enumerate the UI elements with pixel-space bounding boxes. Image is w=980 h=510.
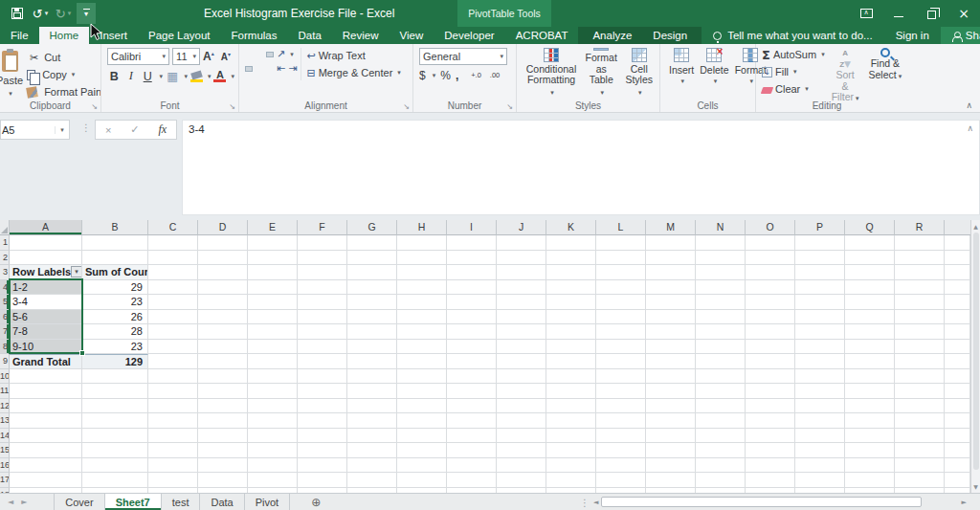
cell-D11[interactable] [198, 384, 248, 399]
cell-H2[interactable] [397, 251, 447, 266]
select-all-corner[interactable] [0, 220, 10, 235]
cell-I3[interactable] [447, 265, 497, 280]
cell-N15[interactable] [696, 443, 746, 458]
cell-K5[interactable] [546, 295, 596, 310]
cell-O15[interactable] [746, 443, 795, 458]
font-color-button[interactable]: A [213, 70, 226, 82]
collapse-ribbon-icon[interactable]: ∧ [966, 100, 972, 110]
cell-I15[interactable] [447, 443, 497, 458]
cell-J5[interactable] [497, 295, 546, 310]
cell-J17[interactable] [497, 473, 546, 488]
cell-J2[interactable] [497, 251, 546, 266]
cell-D5[interactable] [198, 295, 248, 310]
cell-R5[interactable] [895, 295, 945, 310]
cell-B13[interactable] [82, 413, 148, 429]
cell-O17[interactable] [746, 473, 795, 488]
cell-O2[interactable] [746, 251, 795, 266]
cell-R16[interactable] [895, 458, 945, 474]
cell-H15[interactable] [397, 443, 447, 458]
cell-L12[interactable] [596, 399, 646, 414]
sheet-tab-sheet7[interactable]: Sheet7 [105, 494, 162, 510]
cell-A7[interactable]: 7-8 [10, 324, 82, 340]
cell-A3[interactable]: Row Labels▾ [10, 265, 82, 280]
cell-O10[interactable] [746, 369, 795, 385]
sheet-tab-pivot[interactable]: Pivot [245, 494, 290, 510]
cell-R6[interactable] [895, 310, 945, 325]
cell-Q8[interactable] [845, 340, 895, 355]
cell-K17[interactable] [546, 473, 596, 488]
scroll-left-icon[interactable]: ◄ [593, 499, 598, 506]
cell-C13[interactable] [148, 413, 198, 429]
merge-center-button[interactable]: ⊟Merge & Center▾ [306, 65, 400, 80]
share-button[interactable]: Share [941, 27, 980, 44]
cell-N9[interactable] [696, 354, 746, 369]
cell-B7[interactable]: 28 [82, 324, 148, 340]
cell-E7[interactable] [248, 324, 298, 340]
cell-C1[interactable] [148, 235, 198, 251]
tab-file[interactable]: File [0, 27, 39, 44]
cell-R11[interactable] [895, 384, 945, 399]
cell-A16[interactable] [10, 458, 82, 474]
cell-L16[interactable] [596, 458, 646, 474]
cell-K9[interactable] [546, 354, 596, 369]
row-header-17[interactable]: 17 [0, 473, 10, 488]
cell-F2[interactable] [298, 251, 347, 266]
cell-E4[interactable] [248, 280, 298, 296]
row-header-4[interactable]: 4 [0, 280, 10, 296]
increase-decimal-button[interactable]: +.0 [469, 70, 483, 81]
italic-button[interactable]: I [123, 69, 137, 83]
cell-G15[interactable] [347, 443, 397, 458]
cell-R7[interactable] [895, 324, 945, 340]
tab-acrobat[interactable]: ACROBAT [505, 27, 579, 44]
cell-R1[interactable] [895, 235, 945, 251]
cell-K16[interactable] [546, 458, 596, 474]
cell-C12[interactable] [148, 399, 198, 414]
cell-C14[interactable] [148, 429, 198, 444]
cell-F1[interactable] [298, 235, 347, 251]
cell-E13[interactable] [248, 413, 298, 429]
cell-G4[interactable] [347, 280, 397, 296]
cell-D6[interactable] [198, 310, 248, 325]
fill-button[interactable]: ↓Fill▾ [762, 64, 825, 79]
cell-B2[interactable] [82, 251, 148, 266]
cell-D4[interactable] [198, 280, 248, 296]
ribbon-display-options-button[interactable] [850, 0, 882, 27]
cell-M17[interactable] [646, 473, 696, 488]
cell-A14[interactable] [10, 429, 82, 444]
cell-Q4[interactable] [845, 280, 895, 296]
formula-bar-input[interactable]: 3-4 ∧ [182, 120, 980, 215]
cell-K12[interactable] [546, 399, 596, 414]
cell-G3[interactable] [347, 265, 397, 280]
cell-J4[interactable] [497, 280, 546, 296]
cell-N10[interactable] [696, 369, 746, 385]
cell-A15[interactable] [10, 443, 82, 458]
cell-A9[interactable]: Grand Total [10, 354, 82, 369]
cell-K10[interactable] [546, 369, 596, 385]
cell-P2[interactable] [795, 251, 845, 266]
cell-L1[interactable] [596, 235, 646, 251]
cell-O3[interactable] [746, 265, 795, 280]
save-button[interactable] [8, 3, 27, 24]
cell-B10[interactable] [82, 369, 148, 385]
cell-E15[interactable] [248, 443, 298, 458]
comma-style-button[interactable]: , [456, 69, 458, 82]
cell-B17[interactable] [82, 473, 148, 488]
cell-L14[interactable] [596, 429, 646, 444]
delete-cells-button[interactable]: Delete▾ [697, 48, 731, 99]
bold-button[interactable]: B [107, 70, 121, 83]
row-header-7[interactable]: 7 [0, 324, 10, 340]
cell-H3[interactable] [397, 265, 447, 280]
cell-S17[interactable] [945, 473, 970, 488]
cell-Q15[interactable] [845, 443, 895, 458]
cell-I5[interactable] [447, 295, 497, 310]
cell-I2[interactable] [447, 251, 497, 266]
cell-H5[interactable] [397, 295, 447, 310]
cell-M2[interactable] [646, 251, 696, 266]
cell-I11[interactable] [447, 384, 497, 399]
cell-O4[interactable] [746, 280, 795, 296]
cell-P15[interactable] [795, 443, 845, 458]
cell-G2[interactable] [347, 251, 397, 266]
column-header-I[interactable]: I [447, 220, 497, 235]
cell-B3[interactable]: Sum of Count [82, 265, 148, 280]
cell-C6[interactable] [148, 310, 198, 325]
